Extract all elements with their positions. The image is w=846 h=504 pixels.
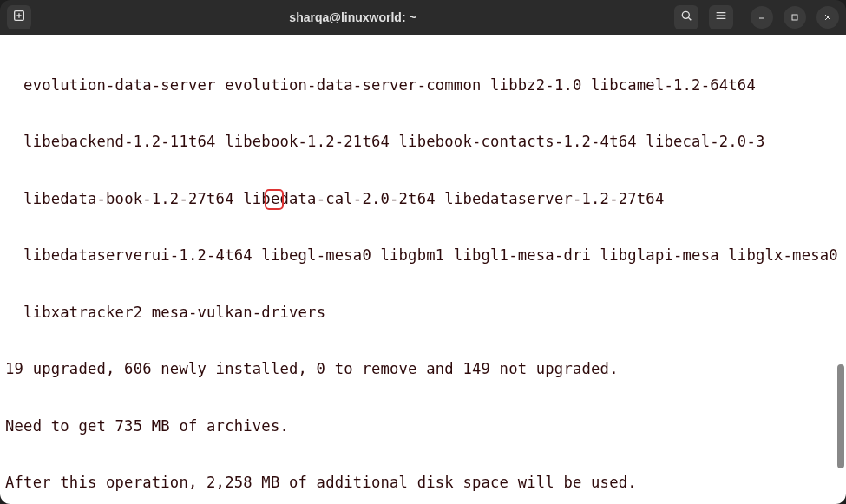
svg-rect-9 xyxy=(792,15,797,20)
terminal-line: libedata-book-1.2-27t64 libedata-cal-2.0… xyxy=(5,190,841,209)
terminal-line: Need to get 735 MB of archives. xyxy=(5,417,841,436)
titlebar: sharqa@linuxworld: ~ xyxy=(0,0,846,35)
svg-line-4 xyxy=(688,17,691,20)
terminal-line: After this operation, 2,258 MB of additi… xyxy=(5,474,841,493)
maximize-button[interactable] xyxy=(784,6,806,29)
maximize-icon xyxy=(790,10,800,26)
terminal-line: 19 upgraded, 606 newly installed, 0 to r… xyxy=(5,360,841,379)
new-tab-button[interactable] xyxy=(7,5,31,29)
close-icon xyxy=(823,10,833,26)
terminal-line: libebackend-1.2-11t64 libebook-1.2-21t64… xyxy=(5,133,841,152)
menu-button[interactable] xyxy=(709,5,733,29)
terminal-line: evolution-data-server evolution-data-ser… xyxy=(5,76,841,95)
close-button[interactable] xyxy=(816,6,839,29)
new-tab-icon xyxy=(12,9,26,26)
terminal-output[interactable]: evolution-data-server evolution-data-ser… xyxy=(0,35,846,504)
terminal-line: libedataserverui-1.2-4t64 libegl-mesa0 l… xyxy=(5,246,841,265)
terminal-window: sharqa@linuxworld: ~ xyxy=(0,0,846,504)
terminal-line: libxatracker2 mesa-vulkan-drivers xyxy=(5,304,841,323)
window-title: sharqa@linuxworld: ~ xyxy=(31,10,674,24)
scrollbar-thumb[interactable] xyxy=(837,364,844,468)
svg-point-3 xyxy=(682,11,689,18)
search-button[interactable] xyxy=(674,5,698,29)
minimize-icon xyxy=(757,10,767,26)
minimize-button[interactable] xyxy=(751,6,773,29)
search-icon xyxy=(679,9,693,26)
hamburger-icon xyxy=(714,9,728,26)
